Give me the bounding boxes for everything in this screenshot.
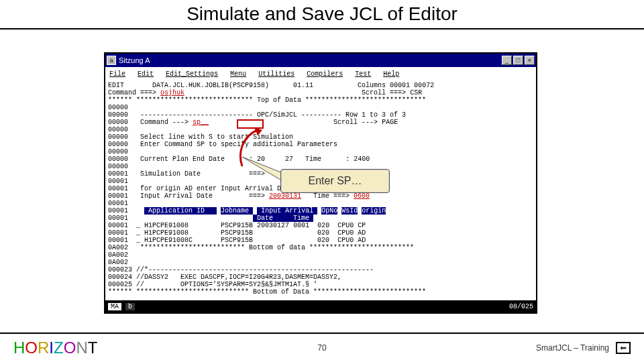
panel-title: OPC/SimJCL	[257, 111, 297, 119]
panel-row: Row 1 to 3 of 3	[345, 111, 406, 119]
minimize-button[interactable]: _	[502, 56, 512, 65]
ln: 00001	[108, 192, 128, 200]
titlebar: a Sitzung A _ □ ×	[105, 54, 536, 67]
tail3: ****** **************************** Bott…	[108, 288, 426, 296]
row1-job: PSCP915B	[221, 229, 253, 237]
ln: 00000	[108, 119, 128, 126]
menu-menu[interactable]: Menu	[230, 70, 246, 78]
columns: Columns 00001 00072	[358, 82, 434, 89]
tail2: 000025 // OPTIONS='SYSPARM=SY2§&§JMTM1AT…	[108, 281, 317, 288]
footer: HORIZONT 70 SmartJCL – Training ⬅	[0, 333, 644, 362]
help1: Select line with S to start Simulation	[140, 133, 293, 141]
ln: 00000	[108, 111, 128, 119]
row1-app: H1PCPE91008	[144, 229, 189, 237]
menu-test[interactable]: Test	[355, 70, 371, 78]
ln: 00000	[108, 148, 128, 156]
sb-ma: MA	[108, 303, 121, 310]
th-op: OpNo	[321, 207, 337, 215]
page-number: 70	[317, 343, 326, 353]
menu-help[interactable]: Help	[383, 70, 399, 78]
panel-scroll: PAGE	[382, 119, 398, 126]
cped-time-label: Time	[305, 156, 321, 163]
cmd-label: Command ===>	[108, 89, 156, 97]
row0-org: CP	[358, 222, 366, 229]
ln: 0A002	[108, 251, 128, 259]
ln: 00001	[108, 178, 128, 185]
ln: 00000	[108, 163, 128, 170]
ln: 00001	[108, 207, 128, 215]
inner-cmd-label: Command --->	[140, 119, 189, 126]
nav-prev-button[interactable]: ⬅	[616, 342, 631, 354]
bottom-sep: ************************** Bottom of dat…	[140, 244, 414, 251]
menubar: File Edit Edit_Settings Menu Utilities C…	[105, 67, 536, 80]
close-button[interactable]: ×	[525, 56, 535, 65]
scroll-val: CSR	[410, 89, 422, 97]
callout-text: Enter SP…	[308, 175, 362, 187]
row1-org: AD	[358, 229, 366, 237]
svg-marker-0	[242, 157, 282, 181]
inner-cmd-input[interactable]: sp__	[193, 119, 209, 126]
ln: 00001	[108, 229, 128, 237]
row2-org: AD	[358, 237, 366, 244]
menu-edit[interactable]: Edit	[138, 70, 154, 78]
ln: 00000	[108, 156, 128, 163]
row1-ws: CPU0	[337, 229, 354, 237]
dataset-name: DATA.JCL.HUK.JOBLIB(PSCP9158)	[152, 82, 269, 89]
th-ws: WsId	[341, 207, 358, 215]
menu-editset[interactable]: Edit_Settings	[166, 70, 218, 78]
ln: 00000	[108, 104, 128, 111]
iad-label: Input Arrival Date	[140, 192, 213, 200]
slide-title: Simulate and Save JCL of Editor	[0, 3, 644, 25]
window-title: Sitzung A	[119, 56, 150, 64]
ln: 00001	[108, 215, 128, 222]
maximize-button[interactable]: □	[513, 56, 523, 65]
ln: 00001	[108, 200, 128, 207]
row0-ws: CPU0	[337, 222, 354, 229]
cped-label: Current Plan End Date	[140, 156, 225, 163]
version: 01.11	[293, 82, 313, 89]
cped-time: 2400	[354, 156, 370, 163]
scroll-label: Scroll ===>	[362, 89, 406, 97]
ln: 00001	[108, 237, 128, 244]
sim-label: Simulation Date	[140, 170, 201, 178]
row0-op: 020	[317, 222, 329, 229]
iad-time[interactable]: 0600	[354, 192, 370, 200]
iad-date[interactable]: 20030131	[269, 192, 301, 200]
cmd-input[interactable]: osjhuk	[160, 89, 184, 97]
row0-app: H1PCPE91008	[144, 222, 189, 229]
row2-job: PSCP915B	[221, 237, 253, 244]
ln: 00000	[108, 126, 128, 133]
statusbar: MA b 08/025	[105, 300, 536, 312]
ln: 0A002	[108, 244, 128, 251]
ln: 00001	[108, 185, 128, 192]
row2-app: H1PCPE91008C	[144, 237, 193, 244]
row1-op: 020	[317, 229, 329, 237]
ln: 00000	[108, 141, 128, 148]
tail1: 000024 //DASSY2 EXEC DASCPF,IOCP=I20G4R2…	[108, 274, 341, 281]
footer-right-text: SmartJCL – Training	[536, 343, 609, 353]
tail0: 000023 //*------------------------------…	[108, 266, 374, 274]
menu-file[interactable]: File	[109, 70, 125, 78]
row2-op: 020	[317, 237, 329, 244]
row0-time: 0001	[293, 222, 309, 229]
row0-job: PSCP915B	[221, 222, 253, 229]
sb-pos: 08/025	[509, 303, 533, 310]
edit-label: EDIT	[108, 82, 124, 89]
ln: 00001	[108, 170, 128, 178]
th-org: origin	[362, 207, 386, 215]
ln: 00000	[108, 133, 128, 141]
th-job: Jobname	[221, 207, 253, 215]
terminal-body[interactable]: EDIT DATA.JCL.HUK.JOBLIB(PSCP9158) 01.11…	[105, 80, 536, 312]
th-app: Application ID	[144, 207, 217, 215]
ln: 00001	[108, 222, 128, 229]
th-arr2: Date Time	[253, 215, 313, 222]
th-arr: Input Arrival	[257, 207, 317, 215]
row0-date: 20030127	[257, 222, 289, 229]
menu-utilities[interactable]: Utilities	[258, 70, 294, 78]
arrow-left-icon: ⬅	[620, 343, 627, 353]
ln: 0A002	[108, 259, 128, 266]
top-of-data: ****** ***************************** Top…	[108, 97, 426, 104]
row2-ws: CPU0	[337, 237, 354, 244]
sb-b: b	[125, 303, 135, 310]
menu-compilers[interactable]: Compilers	[307, 70, 343, 78]
